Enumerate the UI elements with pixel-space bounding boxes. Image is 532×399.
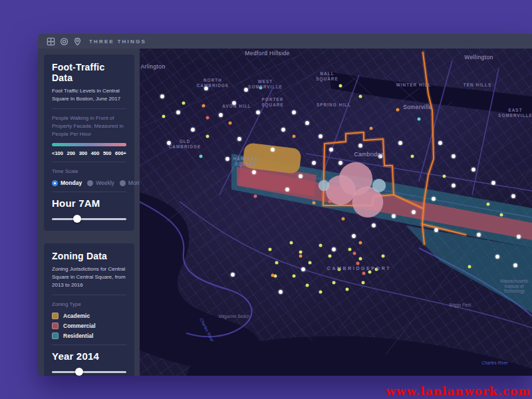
white-dot — [477, 233, 481, 237]
watermark: www.lanlanwork.com — [386, 384, 531, 398]
red-dot — [356, 262, 360, 265]
white-dot — [434, 228, 438, 232]
time-option-weekly[interactable]: Weekly — [87, 180, 114, 186]
target-icon[interactable] — [60, 37, 68, 46]
yellow-dot — [275, 261, 279, 265]
foot-traffic-panel: Foot-Traffic Data Foot Traffic Levels in… — [44, 55, 134, 231]
map-label: Somerville — [403, 104, 432, 110]
map-label: Magazine Beach — [219, 314, 250, 319]
map-canvas[interactable]: Medford HillsideArlingtonWellingtonWESTS… — [140, 49, 532, 376]
orange-dot — [271, 274, 275, 277]
radio-icon — [52, 180, 58, 186]
scale-tick: 400 — [91, 150, 100, 156]
zoning-title: Zoning Data — [52, 251, 126, 261]
hour-slider-track[interactable] — [52, 218, 126, 220]
yellow-dot — [411, 155, 414, 158]
white-dot — [191, 128, 195, 132]
yellow-dot — [319, 244, 323, 247]
traffic-legend-label: People Walking in Front of Property Faca… — [52, 114, 126, 138]
white-dot — [176, 110, 180, 114]
white-dot — [517, 235, 521, 239]
red-dot — [206, 116, 209, 120]
white-dot — [392, 214, 396, 218]
white-dot — [281, 128, 285, 132]
year-slider-track[interactable] — [52, 371, 126, 373]
yellow-dot — [348, 248, 352, 251]
year-slider-thumb[interactable] — [75, 368, 83, 376]
yellow-dot — [359, 95, 362, 98]
white-dot — [160, 94, 164, 98]
teal-dot — [418, 118, 421, 121]
white-dot — [279, 290, 283, 294]
radio-icon — [120, 180, 126, 186]
map-label: BALLSQUARE — [316, 71, 338, 82]
yellow-dot — [332, 281, 336, 285]
orange-dot — [370, 127, 373, 130]
time-option-monday[interactable]: Monday — [52, 180, 82, 186]
map-label: HARVARDSQUARE — [233, 156, 259, 167]
white-dot — [511, 194, 515, 198]
white-dot — [237, 137, 241, 141]
zoning-type-label: Zoning Type — [52, 301, 126, 309]
scale-tick: <100 — [52, 150, 63, 156]
app-header: THREE THINGS — [38, 34, 532, 49]
divider — [52, 192, 126, 192]
traffic-gradient-legend — [52, 143, 126, 146]
map-label: WESTSOMERVILLE — [248, 79, 283, 89]
yellow-dot — [468, 265, 471, 269]
radio-label: Weekly — [96, 180, 114, 186]
orange-dot — [202, 104, 205, 108]
divider — [52, 162, 126, 162]
scale-tick: 600+ — [115, 150, 126, 156]
orange-dot — [396, 108, 400, 112]
orange-dot — [293, 135, 296, 138]
map-label: NORTHCAMBRIDGE — [197, 78, 229, 88]
divider — [52, 344, 126, 345]
gradient-scale: <100200300400500600+ — [52, 150, 126, 156]
hour-slider-thumb[interactable] — [73, 215, 81, 223]
yellow-dot — [309, 261, 312, 265]
yellow-dot — [359, 257, 362, 261]
map-label: Wellington — [464, 54, 493, 61]
map-label: Arlington — [140, 63, 165, 70]
white-dot — [285, 188, 289, 192]
year-slider-label: Year 2014 — [52, 350, 126, 362]
white-dot — [231, 273, 235, 277]
year-slider[interactable] — [52, 368, 126, 376]
traffic-bubble — [319, 180, 329, 191]
hour-slider[interactable] — [52, 215, 126, 223]
time-scale-label: Time Scale — [52, 168, 126, 176]
white-dot — [352, 234, 356, 238]
yellow-dot — [269, 248, 272, 251]
zoning-label: Academic — [63, 313, 90, 319]
red-dot — [254, 195, 257, 198]
white-dot — [299, 174, 303, 178]
hour-slider-label: Hour 7AM — [52, 198, 126, 209]
grid-icon[interactable] — [47, 37, 55, 46]
white-dot — [305, 121, 309, 125]
yellow-dot — [206, 135, 209, 138]
yellow-dot — [182, 102, 186, 105]
scale-tick: 300 — [79, 150, 88, 156]
yellow-dot — [500, 213, 503, 217]
zoning-swatch — [52, 313, 59, 319]
yellow-dot — [162, 115, 166, 118]
yellow-dot — [362, 281, 365, 285]
white-dot — [358, 144, 362, 148]
foot-traffic-subtitle: Foot Traffic Levels in Central Square in… — [52, 87, 126, 103]
zoning-overlay-layer — [231, 142, 532, 313]
divider — [52, 108, 126, 109]
pin-icon[interactable] — [73, 37, 82, 46]
divider — [52, 295, 126, 295]
yellow-dot — [339, 84, 342, 88]
radio-label: Monday — [61, 180, 82, 186]
white-dot — [491, 181, 495, 185]
map-label: CAMBRIDGEPORT — [327, 266, 391, 271]
app-title: THREE THINGS — [89, 39, 146, 45]
time-scale-options: MondayWeeklyMonthly — [52, 180, 126, 186]
zoning-legend-row: Commercial — [52, 323, 126, 329]
white-dot — [252, 170, 256, 174]
zoning-swatch — [52, 323, 59, 329]
map-label: SPRING HILL — [317, 102, 351, 107]
map-label: AVON HILL — [222, 104, 251, 108]
